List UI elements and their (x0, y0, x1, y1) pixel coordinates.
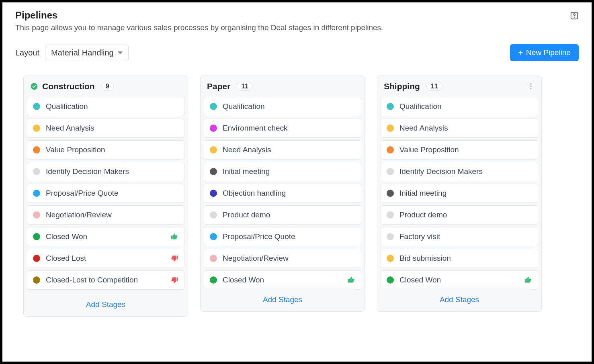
stage-item[interactable]: Closed Won (204, 270, 361, 290)
stage-item[interactable]: Qualification (381, 97, 538, 116)
stage-item[interactable]: Closed-Lost to Competition (27, 270, 184, 290)
stage-item[interactable]: Identify Decision Makers (381, 162, 538, 181)
stage-color-dot (210, 125, 217, 132)
header-text: Pipelines This page allows you to manage… (15, 10, 383, 44)
stage-item[interactable]: Closed Lost (27, 249, 184, 268)
pipeline-header: Shipping11 (377, 76, 541, 97)
layout-label: Layout (15, 48, 39, 57)
stage-item[interactable]: Proposal/Price Quote (204, 227, 361, 246)
stage-item[interactable]: Closed Won (27, 227, 184, 246)
stage-item[interactable]: Product demo (381, 205, 538, 225)
stages-list[interactable]: QualificationEnvironment checkNeed Analy… (201, 97, 365, 290)
stage-item[interactable]: Value Proposition (381, 140, 538, 160)
stage-label: Value Proposition (399, 145, 532, 154)
stage-color-dot (387, 168, 394, 175)
stage-label: Closed Won (399, 276, 518, 284)
stage-label: Identify Decision Makers (46, 167, 178, 176)
stage-label: Proposal/Price Quote (223, 232, 355, 241)
stage-item[interactable]: Objection handling (204, 184, 361, 203)
stage-label: Closed Lost (46, 254, 165, 263)
stage-color-dot (33, 168, 40, 175)
stage-label: Environment check (223, 124, 355, 133)
stage-label: Initial meeting (223, 167, 355, 176)
page-title: Pipelines (15, 10, 383, 21)
stage-item[interactable]: Product demo (204, 205, 361, 225)
stage-color-dot (33, 255, 40, 262)
stage-color-dot (387, 125, 394, 132)
stage-label: Need Analysis (46, 124, 178, 133)
stage-item[interactable]: Qualification (204, 97, 361, 116)
stage-item[interactable]: Negotiation/Review (27, 205, 184, 225)
stage-label: Value Proposition (46, 145, 178, 154)
stage-color-dot (210, 146, 217, 153)
pipelines-page: Pipelines This page allows you to manage… (2, 2, 592, 362)
stage-color-dot (387, 103, 394, 110)
layout-group: Layout Material Handling (15, 45, 129, 61)
stage-label: Factory visit (399, 232, 532, 241)
layout-select-value: Material Handling (51, 48, 114, 57)
pipeline-columns: Construction9QualificationNeed AnalysisV… (15, 76, 579, 317)
stages-list[interactable]: QualificationNeed AnalysisValue Proposit… (377, 97, 541, 290)
stage-item[interactable]: Negotiation/Review (204, 249, 361, 268)
stage-color-dot (387, 255, 394, 262)
layout-select[interactable]: Material Handling (45, 45, 129, 61)
stage-color-dot (387, 190, 394, 197)
stage-color-dot (387, 233, 394, 240)
add-stages-link[interactable]: Add Stages (201, 290, 365, 311)
stage-label: Product demo (223, 211, 355, 219)
stages-wrap: QualificationNeed AnalysisValue Proposit… (24, 97, 188, 294)
stage-item[interactable]: Bid submission (381, 249, 538, 268)
new-pipeline-button[interactable]: + New Pipeline (510, 44, 579, 61)
stage-item[interactable]: Initial meeting (381, 184, 538, 203)
stage-color-dot (33, 146, 40, 153)
header-row: Pipelines This page allows you to manage… (15, 10, 579, 44)
stage-color-dot (33, 211, 40, 219)
stage-color-dot (210, 211, 217, 219)
stage-color-dot (387, 211, 394, 219)
stage-item[interactable]: Proposal/Price Quote (27, 184, 184, 203)
stage-item[interactable]: Initial meeting (204, 162, 361, 181)
thumb-up-icon (347, 276, 355, 284)
stage-label: Need Analysis (399, 124, 532, 133)
thumb-up-icon (524, 276, 532, 284)
pipeline-name: Paper (207, 82, 230, 91)
stage-item[interactable]: Identify Decision Makers (27, 162, 184, 181)
stage-item[interactable]: Need Analysis (381, 119, 538, 138)
pipeline-name: Construction (42, 82, 95, 91)
pipeline-name: Shipping (384, 82, 420, 91)
stage-label: Closed-Lost to Competition (46, 276, 165, 284)
stage-color-dot (33, 125, 40, 132)
help-icon[interactable] (570, 11, 579, 20)
add-stages-link[interactable]: Add Stages (24, 294, 188, 316)
stage-item[interactable]: Closed Won (381, 270, 538, 290)
stage-label: Qualification (399, 102, 532, 111)
stage-item[interactable]: Value Proposition (27, 140, 184, 160)
stage-label: Qualification (46, 102, 178, 111)
stage-label: Bid submission (399, 254, 532, 263)
stage-item[interactable]: Environment check (204, 119, 361, 138)
stage-item[interactable]: Need Analysis (27, 119, 184, 138)
stage-color-dot (387, 276, 394, 284)
stages-wrap: QualificationNeed AnalysisValue Proposit… (377, 97, 541, 290)
stage-color-dot (210, 255, 217, 262)
stage-label: Negotiation/Review (46, 211, 178, 219)
thumb-up-icon (170, 233, 178, 241)
pipeline-count-badge: 11 (237, 82, 253, 91)
add-stages-link[interactable]: Add Stages (377, 290, 541, 311)
plus-icon: + (518, 49, 523, 57)
kebab-menu-icon[interactable] (527, 82, 535, 90)
stage-label: Closed Won (46, 232, 165, 241)
pipeline-card: Construction9QualificationNeed AnalysisV… (23, 76, 188, 317)
stage-color-dot (387, 146, 394, 153)
stage-color-dot (33, 190, 40, 197)
pipeline-header: Construction9 (24, 76, 188, 97)
chevron-down-icon (118, 51, 123, 54)
stage-color-dot (210, 233, 217, 240)
stage-item[interactable]: Factory visit (381, 227, 538, 246)
stage-item[interactable]: Qualification (27, 97, 184, 116)
stage-color-dot (210, 168, 217, 175)
svg-point-1 (574, 17, 575, 18)
stage-item[interactable]: Need Analysis (204, 140, 361, 160)
svg-point-3 (530, 84, 531, 85)
pipeline-header: Paper11 (201, 76, 365, 97)
